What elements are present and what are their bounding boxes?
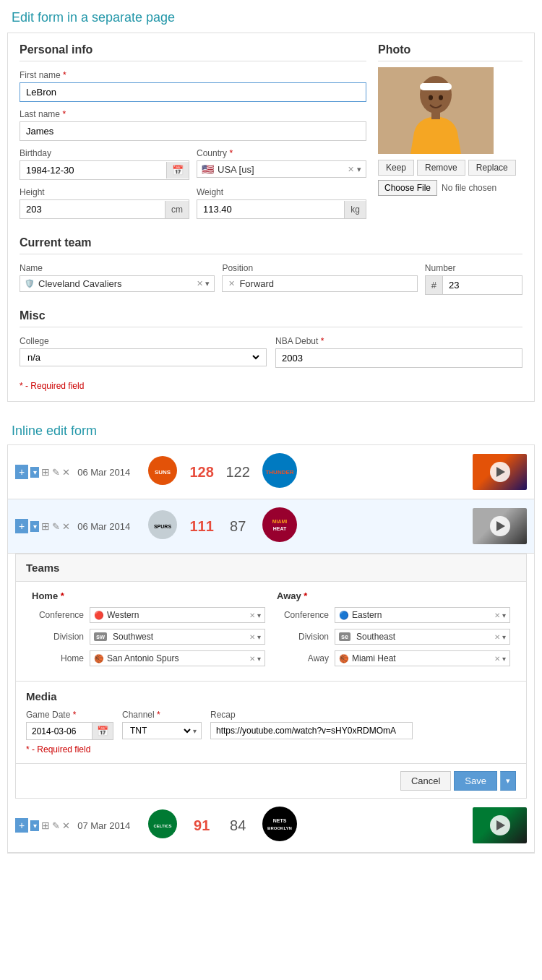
away-conference-select[interactable]: 🔵 Eastern ✕ ▾	[335, 607, 510, 623]
country-select[interactable]: 🇺🇸 USA [us] ✕ ▾	[197, 160, 366, 178]
game-row: + ▾ ⊞ ✎ ✕ 06 Mar 2014 SUNS 128 122 THUND…	[8, 445, 534, 499]
height-label: Height	[20, 187, 189, 197]
country-dropdown-icon[interactable]: ▾	[357, 165, 361, 174]
home-score-1: 128	[184, 464, 220, 481]
choose-file-button[interactable]: Choose File	[378, 180, 437, 196]
page-title: Edit form in a separate page	[0, 0, 542, 33]
home-division-drop[interactable]: ▾	[257, 633, 261, 641]
country-clear-icon[interactable]: ✕	[348, 165, 354, 174]
play-button-2[interactable]	[490, 516, 510, 536]
home-team-select[interactable]: 🏀 San Antonio Spurs ✕ ▾	[90, 650, 265, 666]
game-date-label: Game Date *	[26, 710, 113, 720]
team-dropdown-icon[interactable]: ▾	[205, 279, 210, 288]
media-required-note: * - Required field	[26, 744, 516, 755]
cancel-button[interactable]: Cancel	[400, 771, 451, 791]
save-dropdown-button[interactable]: ▾	[500, 771, 516, 791]
delete-icon-2[interactable]: ✕	[62, 521, 70, 532]
birthday-input[interactable]	[20, 161, 166, 179]
svg-point-13	[262, 507, 297, 542]
svg-point-5	[429, 95, 433, 100]
file-input-row: Choose File No file chosen	[378, 180, 522, 196]
birthday-input-wrap: 📅	[20, 160, 189, 180]
height-input[interactable]	[20, 200, 165, 218]
away-division-drop[interactable]: ▾	[502, 633, 506, 641]
first-name-input[interactable]	[20, 82, 366, 102]
team-name-text: Cleveland Cavaliers	[38, 278, 197, 289]
add-button-2[interactable]: +	[15, 519, 28, 533]
add-dropdown-3[interactable]: ▾	[30, 820, 39, 831]
channel-dropdown[interactable]: TNT ESPN ABC	[127, 725, 193, 736]
away-conference-drop[interactable]: ▾	[502, 611, 506, 619]
home-division-text: Southwest	[113, 632, 249, 642]
grid-icon-3[interactable]: ⊞	[41, 820, 50, 831]
home-conference-select[interactable]: 🔴 Western ✕ ▾	[90, 607, 265, 623]
video-thumbnail-2[interactable]	[473, 508, 527, 544]
height-field: Height cm	[20, 187, 189, 219]
away-division-select[interactable]: se Southeast ✕ ▾	[335, 629, 510, 645]
play-button-3[interactable]	[490, 815, 510, 835]
home-score-3: 91	[184, 817, 220, 834]
svg-text:HEAT: HEAT	[273, 526, 287, 531]
position-label: Position	[222, 263, 417, 273]
video-thumbnail-1[interactable]	[473, 454, 527, 490]
position-clear-icon[interactable]: ✕	[228, 279, 235, 288]
keep-button[interactable]: Keep	[378, 160, 414, 176]
video-thumbnail-3[interactable]	[473, 807, 527, 843]
team-name-select[interactable]: 🛡️ Cleveland Cavaliers ✕ ▾	[20, 275, 215, 292]
away-division-clear[interactable]: ✕	[494, 633, 500, 641]
weight-label: Weight	[197, 187, 366, 197]
home-division-select[interactable]: sw Southwest ✕ ▾	[90, 629, 265, 645]
replace-button[interactable]: Replace	[468, 160, 516, 176]
away-conference-clear[interactable]: ✕	[494, 611, 500, 619]
position-select[interactable]: ✕ Forward	[222, 275, 417, 292]
away-team-drop[interactable]: ▾	[502, 655, 506, 663]
home-team-drop[interactable]: ▾	[257, 655, 261, 663]
media-date-input[interactable]	[27, 723, 92, 739]
media-section: Media Game Date * 📅 Channel *	[16, 681, 526, 763]
birthday-calendar-icon[interactable]: 📅	[166, 162, 189, 179]
delete-icon-1[interactable]: ✕	[62, 467, 70, 478]
edit-icon-1[interactable]: ✎	[52, 467, 60, 478]
media-calendar-icon[interactable]: 📅	[92, 723, 113, 739]
edit-icon-3[interactable]: ✎	[52, 820, 60, 831]
save-button[interactable]: Save	[454, 771, 497, 791]
add-button-1[interactable]: +	[15, 465, 28, 479]
required-field-note: * - Required field	[20, 381, 522, 391]
teams-form-body: Home * Conference 🔴 Western ✕ ▾ Divis	[16, 582, 526, 681]
add-dropdown-1[interactable]: ▾	[30, 467, 39, 478]
play-button-1[interactable]	[490, 462, 510, 482]
number-input[interactable]	[443, 276, 486, 294]
weight-unit: kg	[344, 201, 366, 218]
nba-debut-input[interactable]	[275, 348, 522, 368]
channel-select-wrap[interactable]: TNT ESPN ABC ▾	[122, 722, 202, 739]
last-name-field: Last name *	[20, 109, 366, 141]
svg-rect-4	[431, 112, 440, 119]
home-team-row: Home 🏀 San Antonio Spurs ✕ ▾	[32, 650, 265, 666]
home-team-text: San Antonio Spurs	[107, 653, 249, 663]
grid-icon-1[interactable]: ⊞	[41, 466, 50, 478]
weight-input[interactable]	[197, 200, 344, 218]
delete-icon-3[interactable]: ✕	[62, 820, 70, 831]
add-button-3[interactable]: +	[15, 818, 28, 833]
away-team-clear[interactable]: ✕	[494, 655, 500, 663]
edit-icon-2[interactable]: ✎	[52, 521, 60, 532]
nba-debut-field: NBA Debut *	[275, 336, 522, 368]
home-conference-clear[interactable]: ✕	[249, 611, 255, 619]
grid-icon-2[interactable]: ⊞	[41, 520, 50, 532]
college-dropdown[interactable]: n/a	[25, 351, 262, 364]
recap-input[interactable]	[210, 722, 413, 739]
game-date-1: 06 Mar 2014	[77, 467, 142, 478]
home-conference-drop[interactable]: ▾	[257, 611, 261, 619]
home-team-logo-2: SPURS	[147, 509, 179, 543]
add-dropdown-2[interactable]: ▾	[30, 521, 39, 532]
play-triangle-2	[496, 521, 505, 531]
college-select[interactable]: n/a	[20, 348, 267, 366]
home-division-clear[interactable]: ✕	[249, 633, 255, 641]
remove-button[interactable]: Remove	[417, 160, 465, 176]
inline-edit-card: + ▾ ⊞ ✎ ✕ 06 Mar 2014 SUNS 128 122 THUND…	[7, 444, 535, 854]
away-team-select[interactable]: 🏀 Miami Heat ✕ ▾	[335, 650, 510, 666]
last-name-input[interactable]	[20, 121, 366, 141]
team-clear-icon[interactable]: ✕	[197, 279, 203, 288]
personal-info-card: Personal info First name * Last name * B…	[7, 33, 535, 402]
home-team-clear[interactable]: ✕	[249, 655, 255, 663]
